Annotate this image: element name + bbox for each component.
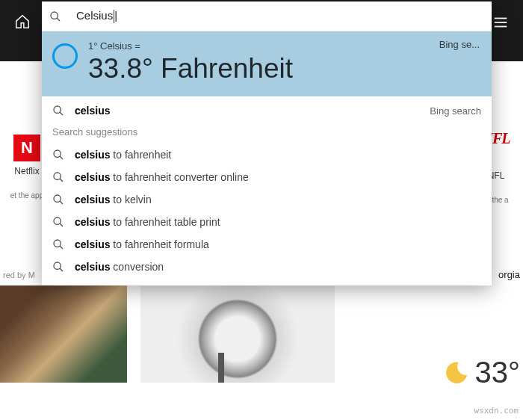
svg-point-17 <box>54 262 61 269</box>
suggestion-item[interactable]: celsius to kelvin <box>42 188 492 211</box>
svg-point-9 <box>54 173 61 179</box>
suggestion-text: celsius to kelvin <box>75 194 481 206</box>
search-input-row[interactable]: Celsius <box>42 1 492 31</box>
search-icon <box>52 171 64 183</box>
search-icon <box>52 194 64 206</box>
answer-result: 33.8° Fahrenheit <box>88 53 293 84</box>
svg-line-16 <box>60 246 63 249</box>
hamburger-icon <box>492 14 509 31</box>
news-headline-fragment: orgia <box>498 269 520 280</box>
svg-point-3 <box>51 12 58 19</box>
suggestions-section: celsius Bing search Search suggestions c… <box>42 96 492 285</box>
instant-answer-card[interactable]: 1° Celsius = 33.8° Fahrenheit Bing se... <box>42 31 492 96</box>
svg-point-13 <box>54 217 61 224</box>
watermark: wsxdn.com <box>474 406 519 416</box>
cortana-icon <box>52 43 78 69</box>
svg-point-11 <box>54 195 61 202</box>
news-image-1[interactable] <box>0 285 127 383</box>
svg-line-6 <box>60 112 63 115</box>
search-input[interactable]: Celsius <box>76 9 484 23</box>
search-icon <box>52 216 64 228</box>
suggestion-text: celsius conversion <box>75 261 481 273</box>
answer-context: 1° Celsius = <box>88 40 293 52</box>
moon-icon <box>444 360 469 386</box>
weather-temperature: 33° <box>475 356 521 389</box>
svg-line-12 <box>60 201 63 204</box>
suggestion-item[interactable]: celsius Bing search <box>42 99 492 122</box>
svg-point-7 <box>54 150 61 157</box>
search-suggestion-panel: Celsius 1° Celsius = 33.8° Fahrenheit Bi… <box>42 1 492 285</box>
suggestion-item[interactable]: celsius to fahrenheit <box>42 143 492 166</box>
weather-widget[interactable]: 33° <box>444 356 521 389</box>
answer-source: Bing se... <box>439 39 480 50</box>
svg-point-5 <box>54 106 61 113</box>
search-icon <box>52 238 64 250</box>
svg-point-15 <box>54 240 61 247</box>
suggestions-header: Search suggestions <box>42 122 492 143</box>
svg-line-14 <box>60 223 63 226</box>
svg-line-8 <box>60 156 63 159</box>
suggestion-item[interactable]: celsius conversion <box>42 256 492 278</box>
search-icon <box>52 105 64 117</box>
home-icon <box>14 13 31 30</box>
search-icon <box>49 10 61 22</box>
powered-by-text: red by M <box>3 271 35 280</box>
suggestion-item[interactable]: celsius to fahrenheit table print <box>42 211 492 233</box>
suggestion-text: celsius to fahrenheit <box>75 149 481 161</box>
suggestion-text: celsius to fahrenheit converter online <box>75 171 481 183</box>
svg-line-10 <box>60 179 63 182</box>
suggestion-text: celsius to fahrenheit formula <box>75 238 481 250</box>
netflix-logo-icon: N <box>13 135 40 161</box>
suggestion-item[interactable]: celsius to fahrenheit converter online <box>42 166 492 188</box>
news-image-2[interactable] <box>140 285 335 383</box>
suggestion-provider: Bing search <box>430 105 481 117</box>
svg-line-18 <box>60 268 63 271</box>
search-icon <box>52 149 64 161</box>
suggestion-text: celsius <box>75 105 430 117</box>
search-icon <box>52 261 64 273</box>
home-button[interactable] <box>7 7 37 37</box>
svg-line-4 <box>57 18 60 21</box>
suggestion-text: celsius to fahrenheit table print <box>75 216 481 228</box>
suggestion-item[interactable]: celsius to fahrenheit formula <box>42 233 492 256</box>
